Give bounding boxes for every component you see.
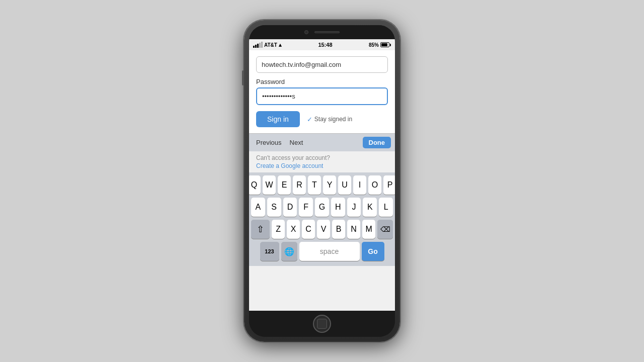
phone-device: AT&T ▴ 15:48 85% Password — [244, 20, 400, 342]
status-bar: AT&T ▴ 15:48 85% — [249, 39, 395, 50]
key-l[interactable]: L — [379, 198, 393, 217]
stay-signed-option: ✓ Stay signed in — [307, 116, 352, 123]
key-u[interactable]: U — [338, 175, 351, 195]
key-q[interactable]: Q — [249, 175, 261, 195]
signal-bars-icon — [253, 42, 263, 48]
keyboard-row-1: Q W E R T Y U I O P — [251, 175, 393, 195]
space-key[interactable]: space — [299, 242, 360, 261]
stay-signed-label: Stay signed in — [314, 116, 352, 123]
key-g[interactable]: G — [315, 198, 329, 217]
keyboard-row-2: A S D F G H J K L — [251, 198, 393, 217]
prev-next-group: Previous Next — [253, 138, 306, 147]
globe-key[interactable]: 🌐 — [281, 242, 297, 261]
numbers-key[interactable]: 123 — [260, 242, 279, 261]
key-b[interactable]: B — [332, 220, 345, 239]
battery-percent: 85% — [369, 42, 379, 48]
keyboard-row-4: 123 🌐 space Go — [251, 242, 393, 261]
sign-in-button[interactable]: Sign in — [256, 111, 300, 127]
camera-dot — [304, 30, 308, 34]
status-time: 15:48 — [318, 42, 332, 48]
status-right: 85% — [369, 42, 391, 48]
keyboard-toolbar: Previous Next Done — [249, 133, 395, 151]
key-j[interactable]: J — [347, 198, 361, 217]
create-account-link[interactable]: Create a Google account — [256, 162, 388, 169]
key-x[interactable]: X — [287, 220, 300, 239]
key-i[interactable]: I — [353, 175, 366, 195]
key-z[interactable]: Z — [272, 220, 285, 239]
key-s[interactable]: S — [267, 198, 281, 217]
key-f[interactable]: F — [299, 198, 313, 217]
done-button[interactable]: Done — [363, 137, 391, 148]
home-button-inner — [317, 319, 327, 329]
form-area: Password Sign in ✓ Stay signed in — [249, 50, 395, 133]
key-w[interactable]: W — [263, 175, 276, 195]
backspace-key[interactable]: ⌫ — [377, 220, 393, 239]
key-a[interactable]: A — [251, 198, 265, 217]
speaker-bar — [314, 31, 340, 33]
phone-bottom-bezel — [249, 311, 395, 337]
password-input[interactable] — [256, 87, 388, 105]
home-button[interactable] — [313, 315, 331, 333]
sign-in-row: Sign in ✓ Stay signed in — [256, 111, 388, 127]
key-m[interactable]: M — [362, 220, 375, 239]
phone-screen: AT&T ▴ 15:48 85% Password — [249, 25, 395, 337]
key-c[interactable]: C — [302, 220, 315, 239]
keyboard: Q W E R T Y U I O P A S D F G — [249, 172, 395, 266]
key-h[interactable]: H — [331, 198, 345, 217]
carrier-label: AT&T — [264, 42, 277, 48]
key-o[interactable]: O — [368, 175, 381, 195]
phone-top-bezel — [249, 25, 395, 39]
email-input[interactable] — [256, 56, 388, 73]
status-left: AT&T ▴ — [253, 42, 282, 48]
key-n[interactable]: N — [347, 220, 360, 239]
key-v[interactable]: V — [317, 220, 330, 239]
key-t[interactable]: T — [308, 175, 321, 195]
key-y[interactable]: Y — [323, 175, 336, 195]
key-p[interactable]: P — [383, 175, 395, 195]
next-button[interactable]: Next — [287, 138, 306, 147]
wifi-icon: ▴ — [279, 42, 282, 48]
key-k[interactable]: K — [363, 198, 377, 217]
key-r[interactable]: R — [293, 175, 306, 195]
key-e[interactable]: E — [278, 175, 291, 195]
content-area: Password Sign in ✓ Stay signed in Previo… — [249, 50, 395, 311]
go-key[interactable]: Go — [362, 242, 384, 261]
links-area: Can't access your account? Create a Goog… — [249, 151, 395, 172]
shift-key[interactable]: ⇧ — [251, 220, 270, 239]
key-d[interactable]: D — [283, 198, 297, 217]
password-label: Password — [256, 78, 388, 85]
previous-button[interactable]: Previous — [253, 138, 285, 147]
checkmark-icon: ✓ — [307, 116, 312, 123]
battery-icon — [380, 42, 391, 47]
keyboard-row-3: ⇧ Z X C V B N M ⌫ — [251, 220, 393, 239]
forgot-account-text: Can't access your account? — [256, 154, 330, 161]
